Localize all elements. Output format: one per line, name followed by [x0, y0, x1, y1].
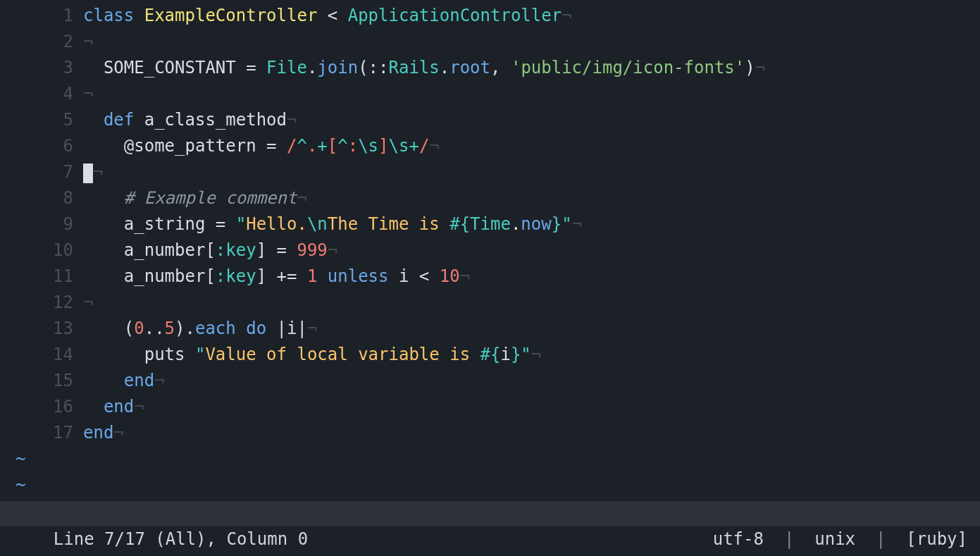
code-line-1[interactable]: 1class ExampleController < ApplicationCo… — [0, 3, 980, 29]
line-number: 8 — [0, 185, 83, 211]
status-col-label: Column — [226, 529, 287, 549]
line-number: 13 — [0, 316, 83, 342]
status-col: 0 — [298, 529, 308, 549]
code-line-11[interactable]: 11 a_number[:key] += 1 unless i < 10¬ — [0, 264, 980, 290]
code-text[interactable]: @some_pattern = /^.+[^:\s]\s+/¬ — [83, 133, 980, 159]
code-editor[interactable]: 1class ExampleController < ApplicationCo… — [0, 0, 980, 446]
code-text[interactable]: ¬ — [83, 29, 980, 55]
code-text[interactable]: class ExampleController < ApplicationCon… — [83, 3, 980, 29]
line-number: 7 — [0, 159, 83, 185]
code-line-10[interactable]: 10 a_number[:key] = 999¬ — [0, 237, 980, 264]
code-text[interactable]: SOME_CONSTANT = File.join(::Rails.root, … — [83, 55, 980, 81]
code-text[interactable]: a_number[:key] += 1 unless i < 10¬ — [83, 264, 980, 290]
code-line-14[interactable]: 14 puts "Value of local variable is #{i}… — [0, 342, 980, 368]
code-text[interactable]: ¬ — [83, 159, 980, 185]
status-encoding: utf-8 — [713, 529, 764, 549]
status-left: Line 7/17 (All), Column 0 — [13, 501, 672, 526]
empty-lines: ~~ — [0, 446, 980, 498]
line-number: 3 — [0, 55, 83, 81]
code-text[interactable]: (0..5).each do |i|¬ — [83, 316, 980, 342]
line-number: 2 — [0, 29, 83, 55]
code-line-2[interactable]: 2¬ — [0, 29, 980, 55]
status-bar: Line 7/17 (All), Column 0 utf-8 | unix |… — [0, 501, 980, 526]
code-text[interactable]: def a_class_method¬ — [83, 107, 980, 133]
code-text[interactable]: end¬ — [83, 394, 980, 420]
line-number: 15 — [0, 368, 83, 394]
status-filetype: [ruby] — [906, 529, 967, 549]
code-line-3[interactable]: 3 SOME_CONSTANT = File.join(::Rails.root… — [0, 55, 980, 81]
line-number: 6 — [0, 133, 83, 159]
code-text[interactable]: # Example comment¬ — [83, 185, 980, 211]
status-cur-line: 7 — [104, 529, 114, 549]
status-all: (All) — [155, 529, 206, 549]
line-number: 1 — [0, 3, 83, 29]
code-text[interactable]: ¬ — [83, 81, 980, 107]
code-line-7[interactable]: 7 ¬ — [0, 159, 980, 185]
empty-line-marker: ~ — [0, 446, 980, 472]
code-text[interactable]: puts "Value of local variable is #{i}"¬ — [83, 342, 980, 368]
code-line-5[interactable]: 5 def a_class_method¬ — [0, 107, 980, 133]
status-right: utf-8 | unix | [ruby] — [672, 501, 967, 526]
separator-icon: | — [876, 529, 886, 549]
status-total-lines: 17 — [125, 529, 145, 549]
code-line-8[interactable]: 8 # Example comment¬ — [0, 185, 980, 211]
code-line-13[interactable]: 13 (0..5).each do |i|¬ — [0, 316, 980, 342]
code-text[interactable]: end¬ — [83, 368, 980, 394]
code-line-9[interactable]: 9 a_string = "Hello.\nThe Time is #{Time… — [0, 211, 980, 237]
code-text[interactable]: end¬ — [83, 420, 980, 446]
line-number: 10 — [0, 237, 83, 264]
code-line-12[interactable]: 12¬ — [0, 290, 980, 316]
code-line-17[interactable]: 17end¬ — [0, 420, 980, 446]
status-line-label: Line — [54, 529, 94, 549]
line-number: 11 — [0, 264, 83, 290]
empty-line-marker: ~ — [0, 472, 980, 498]
code-line-4[interactable]: 4¬ — [0, 81, 980, 107]
code-line-16[interactable]: 16 end¬ — [0, 394, 980, 420]
code-text[interactable]: a_string = "Hello.\nThe Time is #{Time.n… — [83, 211, 980, 237]
status-fileformat: unix — [814, 529, 855, 549]
line-number: 9 — [0, 211, 83, 237]
line-number: 4 — [0, 81, 83, 107]
separator-icon: | — [784, 529, 794, 549]
code-text[interactable]: ¬ — [83, 290, 980, 316]
code-line-15[interactable]: 15 end¬ — [0, 368, 980, 394]
code-line-6[interactable]: 6 @some_pattern = /^.+[^:\s]\s+/¬ — [0, 133, 980, 159]
line-number: 5 — [0, 107, 83, 133]
line-number: 12 — [0, 290, 83, 316]
line-number: 17 — [0, 420, 83, 446]
code-text[interactable]: a_number[:key] = 999¬ — [83, 237, 980, 264]
line-number: 14 — [0, 342, 83, 368]
line-number: 16 — [0, 394, 83, 420]
cursor — [83, 163, 93, 183]
